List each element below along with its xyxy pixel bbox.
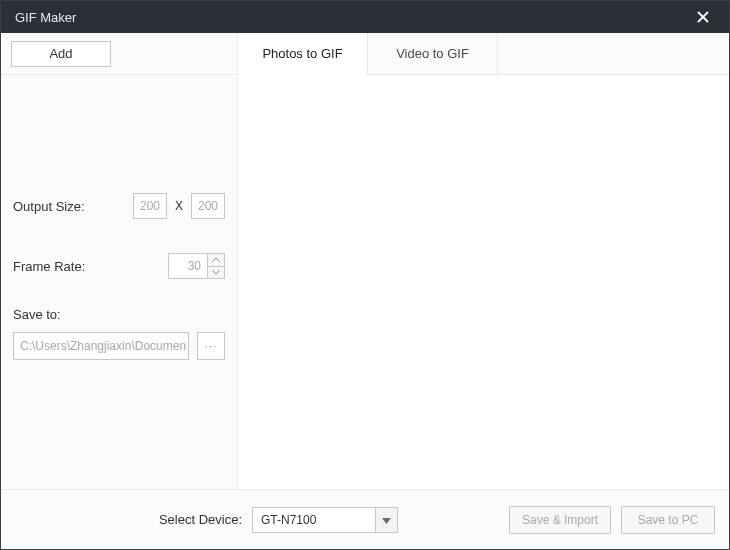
add-area: Add <box>1 33 237 75</box>
frame-rate-label: Frame Rate: <box>13 259 85 274</box>
tab-photos-to-gif[interactable]: Photos to GIF <box>238 33 368 75</box>
main-area: Add Output Size: X Frame Rate: <box>1 33 729 489</box>
chevron-up-icon <box>212 257 220 262</box>
device-select-caret <box>375 508 397 532</box>
frame-rate-input[interactable] <box>168 253 208 279</box>
close-button[interactable] <box>687 1 719 33</box>
sidebar: Add Output Size: X Frame Rate: <box>1 33 238 489</box>
tab-video-to-gif[interactable]: Video to GIF <box>368 33 498 74</box>
browse-button[interactable]: ··· <box>197 332 225 360</box>
stepper-down-button[interactable] <box>208 267 224 279</box>
chevron-down-icon <box>212 270 220 275</box>
save-to-section: Save to: C:\Users\Zhangjiaxin\Documen ··… <box>13 307 225 360</box>
size-separator: X <box>175 199 183 213</box>
save-path-field[interactable]: C:\Users\Zhangjiaxin\Documen <box>13 332 189 360</box>
preview-canvas <box>238 75 729 489</box>
footer: Select Device: GT-N7100 Save & Import Sa… <box>1 489 729 549</box>
ellipsis-icon: ··· <box>204 339 217 353</box>
window-title: GIF Maker <box>15 10 687 25</box>
output-size-row: Output Size: X <box>13 193 225 219</box>
device-selected-value: GT-N7100 <box>253 508 375 532</box>
content-area: Photos to GIF Video to GIF <box>238 33 729 489</box>
save-and-import-button[interactable]: Save & Import <box>509 506 611 534</box>
add-button[interactable]: Add <box>11 41 111 67</box>
save-to-pc-button[interactable]: Save to PC <box>621 506 715 534</box>
gif-maker-window: GIF Maker Add Output Size: X <box>0 0 730 550</box>
output-size-label: Output Size: <box>13 199 85 214</box>
frame-rate-row: Frame Rate: <box>13 253 225 279</box>
device-select[interactable]: GT-N7100 <box>252 507 398 533</box>
close-icon <box>697 7 709 28</box>
stepper-up-button[interactable] <box>208 254 224 267</box>
output-width-input[interactable] <box>133 193 167 219</box>
output-height-input[interactable] <box>191 193 225 219</box>
caret-down-icon <box>382 512 391 527</box>
save-to-label: Save to: <box>13 307 225 322</box>
titlebar: GIF Maker <box>1 1 729 33</box>
select-device-label: Select Device: <box>15 512 252 527</box>
tabs: Photos to GIF Video to GIF <box>238 33 729 75</box>
svg-marker-2 <box>382 518 391 524</box>
frame-rate-stepper <box>208 253 225 279</box>
